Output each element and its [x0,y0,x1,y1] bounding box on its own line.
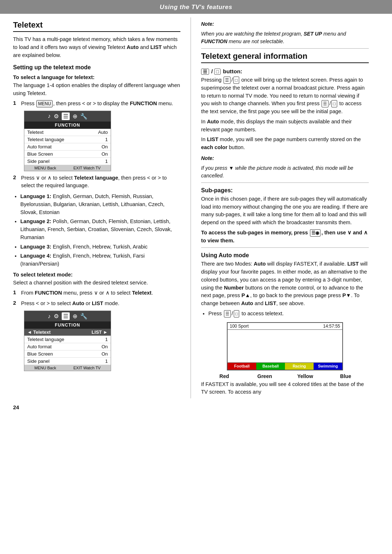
step3-content: From FUNCTION menu, press ∨ or ∧ to sele… [21,289,180,297]
tv-btn-red: Football [228,363,256,370]
step1-content: Press MENU, then press < or > to display… [21,100,180,108]
section1-title: Setting up the teletext mode [13,64,180,71]
menu1-label-5: Side panel [27,159,49,164]
using-auto-bullets: Press ☰/□ to access teletext. [208,310,369,318]
icon-music: ♪ [48,113,51,119]
right-column: Note: When you are watching the teletext… [191,17,369,398]
inline-menu-btn2: ☰ [322,100,328,107]
step4-content: Press < or > to select Auto or LIST mode… [21,300,180,308]
menu2-row-2: Teletext language 1 [24,336,111,343]
step-4: 2 Press < or > to select Auto or LIST mo… [13,300,180,308]
subsect1-head: To select a language for teletext: [13,74,180,80]
menu1-val-1: Auto [98,130,108,135]
step-num-3: 1 [13,289,21,297]
section2-title: Teletext general information [201,52,369,63]
menu1-row-2: Teletext language 1 [24,136,111,143]
menu-button-icon: MENU [36,100,53,107]
inline-menu-btn3: ☰ [224,310,231,317]
tv-channel-sport: 100 Sport [230,324,249,329]
using-auto-body2: If FASTEXT is available, you will see 4 … [201,381,369,397]
icon-settings: ⚙ [54,113,59,120]
button-body-2: In Auto mode, this displays the main sub… [201,118,369,134]
step-2: 2 Press ∨ or ∧ to select Teletext langua… [13,174,180,190]
menu1-footer-back: MENU Back [34,166,56,170]
note-1: Note: When you are watching the teletext… [201,20,369,45]
menu2-row-4: Blue Screen On [24,350,111,358]
main-content: Teletext This TV has a multi-page telete… [0,17,392,398]
inline-box-btn: □ [233,77,239,84]
icon2-settings: ⚙ [54,313,59,320]
main-title: Teletext [13,20,180,32]
subsect2-head: To select teletext mode: [13,272,180,278]
tv-color-labels: Red Green Yellow Blue [201,373,369,379]
menu1-val-4: On [102,151,108,157]
menu-screenshot-1: ♪ ⚙ ☰ ⊕ 🔧 FUNCTION Teletext Auto Teletex… [24,111,111,171]
label-blue: Blue [335,373,356,379]
menu1-row-1: Teletext Auto [24,129,111,136]
menu1-row-5: Side panel 1 [24,158,111,165]
using-auto-body1: There are two Modes: Auto will display F… [201,260,369,308]
inline-box-btn3: □ [234,310,239,317]
menu1-header: FUNCTION [24,122,111,129]
menu1-row-4: Blue Screen On [24,151,111,158]
menu2-val-1: LIST ► [91,329,108,335]
button-icon-box: □ [214,69,221,75]
menu1-label-2: Teletext language [27,137,64,142]
subpages-body: Once in this chosen page, if there are s… [201,195,369,227]
menu2-header: FUNCTION [24,321,111,329]
step-1: 1 Press MENU, then press < or > to displ… [13,100,180,108]
tv-topbar: 100 Sport 14:57:55 [228,323,342,330]
page: Using the TV's features Teletext This TV… [0,0,392,554]
menu2-label-3: Auto format [27,344,52,349]
note1-text: When you are watching the teletext progr… [201,30,369,45]
menu2-val-3: On [102,344,108,349]
icon-wrench: 🔧 [80,113,87,120]
menu1-footer-exit: EXIT Watch TV [73,166,101,170]
button-heading: ☰/ □ button: [201,68,369,75]
tv-btn-green: Baseball [256,363,285,370]
menu2-val-2: 1 [105,337,108,342]
inline-menu-btn: ☰ [224,77,230,84]
menu1-label-3: Auto format [27,144,52,149]
step-3: 1 From FUNCTION menu, press ∨ or ∧ to se… [13,289,180,297]
menu2-label-4: Blue Screen [27,351,53,357]
icon-list-active: ☰ [62,112,70,120]
auto-bullet-1: Press ☰/□ to access teletext. [208,310,369,318]
subpages-note: To access the sub-pages in memory, press… [201,229,369,245]
left-column: Teletext This TV has a multi-page telete… [13,17,191,398]
language-list: Language 1: English, German, Dutch, Flem… [20,193,180,268]
icon2-globe: ⊕ [73,313,77,320]
step-num-4: 2 [13,300,21,308]
note2-text: If you press ▼ while the picture mode is… [201,164,369,180]
intro-text: This TV has a multi-page teletext memory… [13,36,180,59]
menu2-footer: MENU Back EXIT Watch TV [24,365,111,371]
separator-2 [201,182,369,183]
subpage-icon: ☰◉ [310,229,320,237]
menu2-label-2: Teletext language [27,337,64,342]
tv-colorbar: Football Baseball Racing Swimming [228,362,342,370]
lang-2: Language 2: Polish, German, Dutch, Flemi… [20,218,180,241]
icon2-wrench: 🔧 [80,313,87,320]
step-num-1: 1 [13,100,21,108]
menu1-footer: MENU Back EXIT Watch TV [24,165,111,171]
icon2-list-active: ☰ [62,312,70,320]
icon2-music: ♪ [48,313,51,320]
menu1-label-4: Blue Screen [27,151,53,157]
icon-globe: ⊕ [73,113,77,120]
menu2-row-5: Side panel 1 [24,358,111,365]
step2-content: Press ∨ or ∧ to select Teletext language… [21,174,180,190]
tv-btn-yellow: Racing [285,363,314,370]
menu2-footer-back: MENU Back [34,366,56,370]
button-body-3: In LIST mode, you will see the page numb… [201,136,369,152]
separator-3 [201,247,369,248]
using-auto-title: Using Auto mode [201,252,369,259]
menu1-val-3: On [102,144,108,149]
menu1-val-2: 1 [105,137,108,142]
tv-screen-mock: 100 Sport 14:57:55 Football Baseball Rac… [227,322,343,370]
lang-3: Language 3: English, French, Hebrew, Tur… [20,243,180,251]
button-icon-menu: ☰ [201,69,209,75]
menu1-label-1: Teletext [27,130,44,135]
menu2-label-1: ◄ Teletext [27,329,51,335]
menu2-val-4: On [102,351,108,357]
menu1-row-3: Auto format On [24,143,111,151]
